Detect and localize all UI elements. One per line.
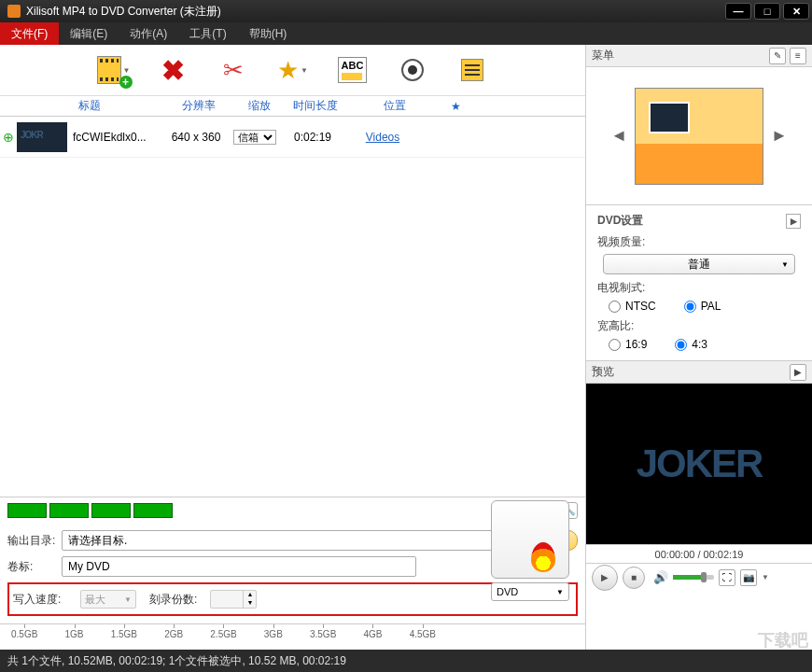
toolbar: +▼ ✖ ✂ ★▼ ABC <box>0 45 585 96</box>
menu-panel-header: 菜单 ✎ ≡ <box>586 45 812 67</box>
burn-button[interactable] <box>491 500 569 579</box>
list-button[interactable] <box>455 53 489 87</box>
subtitle-button[interactable]: ABC <box>336 53 370 87</box>
edit-menu-button[interactable]: ✎ <box>769 48 786 64</box>
menu-preview: ◄ ► <box>586 67 812 205</box>
output-dir-field[interactable]: 请选择目标. <box>62 530 520 551</box>
fullscreen-button[interactable]: ⛶ <box>719 569 735 586</box>
minimize-button[interactable]: — <box>725 3 751 20</box>
no-menu-button[interactable]: ≡ <box>790 48 806 64</box>
disc-type-select[interactable]: DVD▼ <box>491 582 569 601</box>
col-duration[interactable]: 时间长度 <box>283 98 348 114</box>
menu-template-thumb[interactable] <box>635 88 763 185</box>
file-resolution: 640 x 360 <box>159 131 233 144</box>
file-position-link[interactable]: Videos <box>366 131 399 144</box>
file-row[interactable]: ⊕ JOKR fcCWIEkdlx0... 640 x 360 信箱 0:02:… <box>0 117 585 158</box>
flame-icon <box>531 542 555 572</box>
maximize-button[interactable]: □ <box>754 3 780 20</box>
volume-label: 卷标: <box>7 559 62 575</box>
window-title: Xilisoft MP4 to DVD Converter (未注册) <box>26 4 221 20</box>
col-position[interactable]: 位置 <box>348 98 441 114</box>
file-duration: 0:02:19 <box>280 131 345 144</box>
menu-file[interactable]: 文件(F) <box>0 22 59 46</box>
menu-edit[interactable]: 编辑(E) <box>59 22 119 46</box>
menu-tools[interactable]: 工具(T) <box>178 22 237 46</box>
write-speed-select[interactable]: 最大▼ <box>80 590 136 609</box>
col-resolution[interactable]: 分辨率 <box>161 98 236 114</box>
snapshot-button[interactable]: 📷 <box>740 569 757 586</box>
status-bar: 共 1个文件, 10.52MB, 00:02:19; 1个文件被选中, 10.5… <box>0 650 812 672</box>
dvd-settings-panel: DVD设置▶ 视频质量: 普通▼ 电视制式: NTSC PAL 宽高比: 16:… <box>586 205 812 361</box>
effects-button[interactable]: ★▼ <box>276 53 310 87</box>
aspect-169-radio[interactable]: 16:9 <box>609 338 647 351</box>
ntsc-radio[interactable]: NTSC <box>609 300 656 313</box>
play-button[interactable]: ▶ <box>592 565 618 591</box>
preview-content: JOKER <box>637 441 763 486</box>
write-speed-label: 写入速度: <box>13 592 67 608</box>
size-bar: 0.5GB 1GB 1.5GB 2GB 2.5GB 3GB 3.5GB 4GB … <box>0 623 585 650</box>
volume-slider[interactable] <box>673 575 714 580</box>
file-name: fcCWIEkdlx0... <box>73 131 159 144</box>
menu-prev-button[interactable]: ◄ <box>603 126 635 146</box>
volume-icon[interactable]: 🔊 <box>653 570 668 584</box>
stop-button[interactable]: ■ <box>623 567 645 589</box>
record-button[interactable] <box>396 53 429 87</box>
menu-bar: 文件(F) 编辑(E) 动作(A) 工具(T) 帮助(H) <box>0 22 812 45</box>
dvd-settings-expand[interactable]: ▶ <box>786 214 801 229</box>
close-button[interactable]: ✕ <box>783 3 809 20</box>
volume-field[interactable]: My DVD <box>62 556 416 577</box>
cut-button[interactable]: ✂ <box>217 53 250 87</box>
remove-button[interactable]: ✖ <box>157 53 190 87</box>
col-star[interactable]: ★ <box>441 100 469 113</box>
aspect-43-radio[interactable]: 4:3 <box>675 338 707 351</box>
output-dir-label: 输出目录: <box>7 533 62 549</box>
time-display: 00:00:00 / 00:02:19 <box>586 544 812 563</box>
column-header: 标题 分辨率 缩放 时间长度 位置 ★ <box>0 96 585 117</box>
file-thumbnail: JOKR <box>17 122 67 152</box>
title-bar: Xilisoft MP4 to DVD Converter (未注册) — □ … <box>0 0 812 22</box>
copies-label: 刻录份数: <box>149 592 197 608</box>
video-preview[interactable]: JOKER <box>586 384 812 544</box>
pal-radio[interactable]: PAL <box>684 300 721 313</box>
copies-spinner[interactable]: ▲▼ <box>210 590 257 609</box>
cpu-graph <box>7 503 173 518</box>
menu-action[interactable]: 动作(A) <box>119 22 178 46</box>
video-quality-select[interactable]: 普通▼ <box>603 254 795 274</box>
col-fit[interactable]: 缩放 <box>236 98 283 114</box>
file-list: ⊕ JOKR fcCWIEkdlx0... 640 x 360 信箱 0:02:… <box>0 117 585 497</box>
app-logo-icon <box>7 5 21 18</box>
menu-help[interactable]: 帮助(H) <box>238 22 299 46</box>
col-title[interactable]: 标题 <box>17 98 161 114</box>
preview-header: 预览 ▶ <box>586 361 812 384</box>
playback-controls: ▶ ■ 🔊 ⛶ 📷 ▼ <box>586 563 812 591</box>
fit-select[interactable]: 信箱 <box>233 130 276 145</box>
menu-next-button[interactable]: ► <box>763 126 795 146</box>
preview-expand-button[interactable]: ▶ <box>790 364 806 381</box>
add-file-button[interactable]: +▼ <box>97 53 131 87</box>
expand-icon[interactable]: ⊕ <box>0 130 17 145</box>
